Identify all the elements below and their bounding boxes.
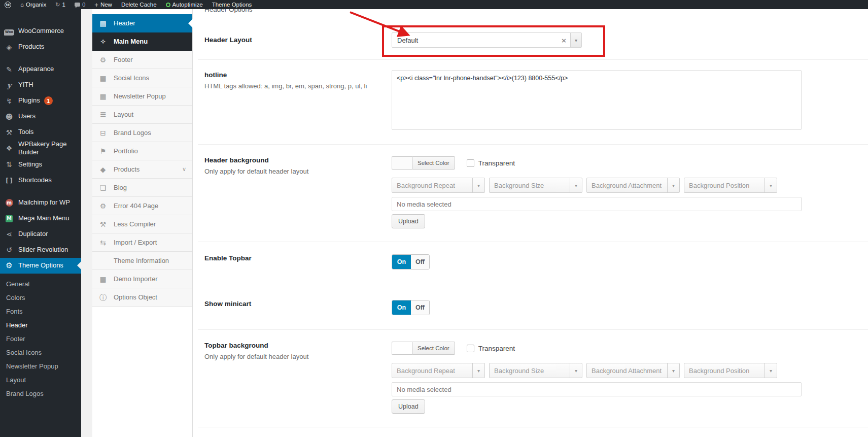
transparent-checkbox[interactable] bbox=[467, 345, 474, 352]
color-swatch[interactable] bbox=[392, 156, 412, 170]
sidebar-item-slider-revolution[interactable]: Slider Revolution bbox=[0, 242, 81, 258]
new-label: New bbox=[100, 2, 112, 8]
comments-link[interactable]: 0 bbox=[70, 0, 90, 9]
header-layout-select[interactable]: Default bbox=[392, 32, 582, 48]
sidebar-item-mega-main-menu[interactable]: Mega Main Menu bbox=[0, 211, 81, 226]
options-nav-layout[interactable]: Layout bbox=[92, 106, 192, 124]
sidebar-item-wpbakery[interactable]: WPBakery Page Builder bbox=[0, 140, 81, 157]
background-position-select[interactable]: Background Position bbox=[684, 178, 777, 193]
sidebar-item-tools[interactable]: Tools bbox=[0, 124, 81, 140]
clear-selection-icon[interactable] bbox=[558, 37, 570, 44]
options-nav-social-icons[interactable]: Social Icons bbox=[92, 69, 192, 87]
chevron-down-icon: ∨ bbox=[182, 166, 186, 173]
toggle-off-button[interactable]: Off bbox=[411, 300, 429, 315]
plugin-icon bbox=[4, 97, 14, 105]
submenu-item-colors[interactable]: Colors bbox=[0, 291, 81, 305]
sidebar-item-woocommerce[interactable]: WooCommerce bbox=[0, 23, 81, 39]
field-label: Header Layout bbox=[204, 36, 392, 44]
sidebar-item-shortcodes[interactable]: Shortcodes bbox=[0, 173, 81, 188]
shortcodes-brackets-icon bbox=[4, 177, 14, 184]
options-nav-newsletter-popup[interactable]: Newsletter Popup bbox=[92, 87, 192, 106]
options-nav-brand-logos[interactable]: Brand Logos bbox=[92, 124, 192, 142]
screen-grid-icon bbox=[98, 93, 108, 100]
sidebar-item-settings[interactable]: Settings bbox=[0, 157, 81, 173]
dropdown-arrow-icon[interactable] bbox=[570, 33, 581, 47]
options-nav-theme-information[interactable]: Theme Information bbox=[92, 252, 192, 270]
options-nav-footer[interactable]: Footer bbox=[92, 51, 192, 69]
submenu-item-footer[interactable]: Footer bbox=[0, 332, 81, 346]
transparent-checkbox[interactable] bbox=[467, 159, 474, 167]
submenu-item-newsletter-popup[interactable]: Newsletter Popup bbox=[0, 359, 81, 373]
submenu-item-general[interactable]: General bbox=[0, 277, 81, 291]
toggle-off-button[interactable]: Off bbox=[411, 255, 429, 269]
background-position-select[interactable]: Background Position bbox=[684, 363, 777, 378]
options-nav-error-404[interactable]: Error 404 Page bbox=[92, 197, 192, 215]
background-size-select[interactable]: Background Size bbox=[489, 363, 582, 378]
background-size-select[interactable]: Background Size bbox=[489, 178, 582, 193]
select-color-button[interactable]: Select Color bbox=[412, 156, 455, 170]
submenu-item-social-icons[interactable]: Social Icons bbox=[0, 346, 81, 359]
options-nav-portfolio[interactable]: Portfolio bbox=[92, 142, 192, 160]
user-icon bbox=[4, 113, 14, 120]
options-nav-options-object[interactable]: Options Object bbox=[92, 288, 192, 307]
options-nav-header[interactable]: Header bbox=[92, 14, 192, 32]
sidebar-item-yith[interactable]: YITH bbox=[0, 77, 81, 93]
background-attachment-select[interactable]: Background Attachment bbox=[586, 178, 680, 193]
options-nav-products[interactable]: Products ∨ bbox=[92, 160, 192, 179]
magic-wand-icon bbox=[98, 38, 108, 45]
submenu-item-layout[interactable]: Layout bbox=[0, 373, 81, 387]
new-content-button[interactable]: + New bbox=[90, 0, 117, 9]
dropdown-arrow-icon bbox=[765, 363, 777, 378]
delete-cache-label: Delete Cache bbox=[121, 2, 157, 8]
wordpress-menu-button[interactable]: W bbox=[0, 0, 16, 9]
sidebar-item-users[interactable]: Users bbox=[0, 109, 81, 124]
sidebar-item-products[interactable]: Products bbox=[0, 39, 81, 55]
field-label: Topbar background bbox=[204, 342, 392, 349]
field-label: hotline bbox=[204, 71, 392, 79]
toggle-on-button[interactable]: On bbox=[392, 300, 411, 315]
settings-sliders-icon bbox=[4, 161, 14, 168]
autoptimize-label: Autoptimize bbox=[172, 2, 203, 8]
background-attachment-select[interactable]: Background Attachment bbox=[586, 363, 680, 378]
toggle-on-button[interactable]: On bbox=[392, 255, 411, 269]
field-row-show-minicart: Show minicart On Off bbox=[198, 286, 868, 330]
field-description: Only apply for default header layout bbox=[204, 353, 392, 360]
submenu-item-brand-logos[interactable]: Brand Logos bbox=[0, 387, 81, 400]
media-url-field[interactable]: No media selected bbox=[392, 382, 802, 396]
field-description: Only apply for default header layout bbox=[204, 167, 392, 175]
background-repeat-select[interactable]: Background Repeat bbox=[392, 363, 485, 378]
submenu-item-header[interactable]: Header bbox=[0, 318, 81, 332]
delete-cache-button[interactable]: Delete Cache bbox=[117, 0, 161, 9]
sidebar-item-appearance[interactable]: Appearance bbox=[0, 61, 81, 77]
sidebar-item-mailchimp[interactable]: Mailchimp for WP bbox=[0, 195, 81, 211]
autoptimize-menu[interactable]: Autoptimize bbox=[161, 0, 207, 9]
updates-icon: ↻ bbox=[55, 2, 60, 8]
sidebar-item-theme-options[interactable]: Theme Options bbox=[0, 258, 81, 274]
hotline-textarea[interactable]: <p><i class="lnr lnr-phone-handset"></i>… bbox=[392, 70, 802, 130]
site-name-link[interactable]: ⌂ Organix bbox=[16, 0, 51, 9]
sidebar-item-plugins[interactable]: Plugins 1 bbox=[0, 93, 81, 109]
slider-revolution-icon bbox=[4, 246, 14, 253]
submenu-item-fonts[interactable]: Fonts bbox=[0, 305, 81, 318]
options-nav-less-compiler[interactable]: Less Compiler bbox=[92, 215, 192, 233]
updates-link[interactable]: ↻ 1 bbox=[51, 0, 70, 9]
theme-options-bar-link[interactable]: Theme Options bbox=[207, 0, 257, 9]
appearance-brush-icon bbox=[4, 66, 14, 73]
upload-button[interactable]: Upload bbox=[392, 399, 425, 414]
wrench-icon bbox=[98, 221, 108, 228]
background-repeat-select[interactable]: Background Repeat bbox=[392, 178, 485, 193]
site-name: Organix bbox=[26, 2, 46, 8]
select-color-button[interactable]: Select Color bbox=[412, 342, 455, 355]
media-url-field[interactable]: No media selected bbox=[392, 197, 802, 211]
options-nav-blog[interactable]: Blog bbox=[92, 179, 192, 197]
options-nav-demo-importer[interactable]: Demo Importer bbox=[92, 270, 192, 288]
options-nav-import-export[interactable]: Import / Export bbox=[92, 233, 192, 252]
sync-arrows-icon bbox=[98, 239, 108, 246]
sidebar-item-duplicator[interactable]: Duplicator bbox=[0, 226, 81, 242]
products-box-icon bbox=[4, 44, 14, 51]
color-swatch[interactable] bbox=[392, 342, 412, 355]
options-nav-main-menu[interactable]: Main Menu bbox=[92, 32, 192, 51]
field-description: HTML tags allowed: a, img, br, em, span,… bbox=[204, 82, 392, 90]
comment-count: 0 bbox=[82, 2, 85, 8]
upload-button[interactable]: Upload bbox=[392, 214, 425, 228]
